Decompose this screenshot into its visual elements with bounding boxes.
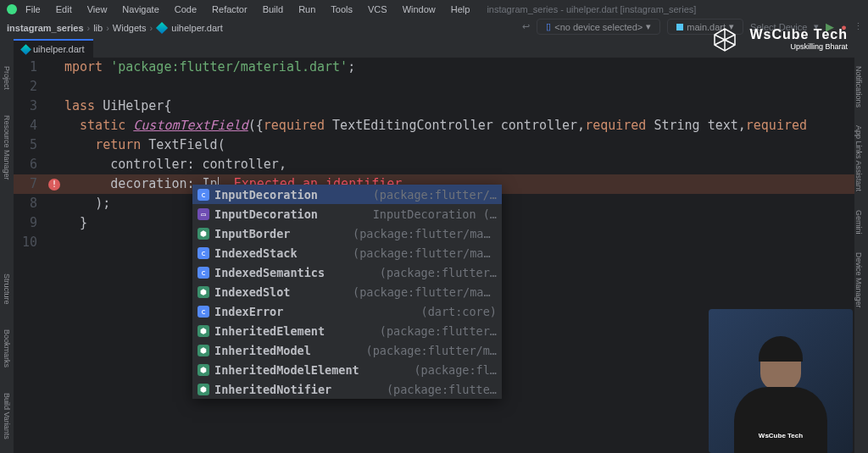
device-label: <no device selected> bbox=[554, 22, 643, 32]
tab-uihelper[interactable]: uihelper.dart bbox=[14, 39, 93, 58]
webcam-overlay: WsCube Tech bbox=[709, 309, 853, 453]
suggestion-name: IndexError bbox=[214, 305, 283, 318]
atom-icon: ⬢ bbox=[198, 286, 209, 298]
tw-structure[interactable]: Structure bbox=[3, 273, 11, 305]
autocomplete-item[interactable]: ⬢InheritedNotifier(package:flutte… bbox=[192, 379, 502, 399]
code-line: 5 return TextField( bbox=[14, 135, 854, 155]
menu-build[interactable]: Build bbox=[256, 3, 290, 16]
breadcrumb-file[interactable]: uihelper.dart bbox=[171, 23, 223, 33]
line-number: 3 bbox=[14, 97, 44, 116]
suggestion-hint: (package:flutter/mate… bbox=[353, 285, 497, 299]
autocomplete-item[interactable]: cInputDecoration(package:flutter/… bbox=[192, 185, 502, 204]
logo-tagline: Upskilling Bharat bbox=[749, 42, 848, 51]
cls-i-icon: c bbox=[198, 306, 209, 318]
cls-i-icon: c bbox=[198, 189, 209, 201]
autocomplete-item[interactable]: ⬢InheritedModelElement(package:fl… bbox=[192, 360, 502, 379]
logo-text: WsCube Tech bbox=[749, 27, 848, 42]
menu-help[interactable]: Help bbox=[444, 3, 477, 16]
suggestion-hint: InputDecoration (… bbox=[373, 207, 497, 221]
shirt-logo: WsCube Tech bbox=[759, 432, 803, 439]
atom-icon: ⬢ bbox=[198, 364, 209, 376]
breadcrumb-folder[interactable]: Widgets bbox=[113, 23, 147, 33]
code-line: 4 static CustomTextField({required TextE… bbox=[14, 116, 854, 135]
suggestion-hint: (package:flutter… bbox=[380, 324, 497, 338]
menu-window[interactable]: Window bbox=[396, 3, 442, 16]
suggestion-hint: (package:flutte… bbox=[387, 383, 497, 396]
autocomplete-item[interactable]: ⬢InheritedModel(package:flutter/m… bbox=[192, 340, 502, 360]
tw-notifications[interactable]: Notifications bbox=[854, 66, 863, 108]
more-button[interactable]: ⋮ bbox=[854, 21, 863, 32]
line-number: 6 bbox=[14, 155, 44, 174]
autocomplete-item[interactable]: cIndexedSemantics(package:flutter… bbox=[192, 262, 502, 282]
menu-file[interactable]: File bbox=[19, 3, 47, 16]
tw-bookmarks[interactable]: Bookmarks bbox=[3, 329, 11, 367]
menu-vcs[interactable]: VCS bbox=[361, 3, 394, 16]
atom-icon: ⬢ bbox=[198, 325, 209, 337]
left-tool-strip: Project Resource Manager Structure Bookm… bbox=[0, 58, 14, 453]
autocomplete-item[interactable]: ▭InputDecorationInputDecoration (… bbox=[192, 204, 502, 224]
menu-code[interactable]: Code bbox=[168, 3, 203, 16]
suggestion-name: InheritedNotifier bbox=[214, 383, 331, 396]
presenter: WsCube Tech bbox=[721, 326, 840, 453]
suggestion-hint: (package:fl… bbox=[414, 363, 497, 377]
chevron-icon: › bbox=[106, 23, 109, 33]
autocomplete-item[interactable]: ⬢InheritedElement(package:flutter… bbox=[192, 321, 502, 340]
suggestion-name: IndexedSemantics bbox=[214, 266, 325, 279]
menu-run[interactable]: Run bbox=[292, 3, 322, 16]
suggestion-hint: (package:flutter… bbox=[380, 266, 497, 279]
suggestion-hint: (package:flutter/mate… bbox=[353, 227, 497, 240]
device-selector[interactable]: ▯ <no device selected> ▾ bbox=[537, 19, 660, 35]
window-title: instagram_series - uihelper.dart [instag… bbox=[487, 4, 696, 14]
autocomplete-item[interactable]: cIndexError(dart:core) bbox=[192, 301, 502, 321]
autocomplete-item[interactable]: cIndexedStack(package:flutter/mat… bbox=[192, 243, 502, 262]
suggestion-name: InheritedModelElement bbox=[214, 363, 359, 377]
tw-resmgr[interactable]: Resource Manager bbox=[3, 115, 11, 180]
menu-edit[interactable]: Edit bbox=[49, 3, 79, 16]
menu-refactor[interactable]: Refactor bbox=[205, 3, 254, 16]
tw-applinks[interactable]: App Links Assistant bbox=[854, 125, 863, 191]
suggestion-hint: (package:flutter/mat… bbox=[353, 246, 497, 260]
autocomplete-item[interactable]: ⬢InputBorder(package:flutter/mate… bbox=[192, 224, 502, 243]
cls-i-icon: c bbox=[198, 267, 209, 279]
tw-gemini[interactable]: Gemini bbox=[854, 210, 863, 235]
autocomplete-item[interactable]: ⬢IndexedSlot(package:flutter/mate… bbox=[192, 282, 502, 301]
right-tool-strip: Notifications App Links Assistant Gemini… bbox=[854, 58, 868, 453]
code-line: 1 mport 'package:flutter/material.dart'; bbox=[14, 58, 854, 77]
menu-navigate[interactable]: Navigate bbox=[115, 3, 165, 16]
editor-tabs: uihelper.dart bbox=[0, 37, 868, 58]
folder-icon: ▭ bbox=[198, 208, 209, 220]
chevron-icon: › bbox=[87, 23, 91, 33]
code-line: 3 lass UiHelper{ bbox=[14, 97, 854, 116]
flutter-icon bbox=[676, 24, 683, 30]
line-number: 2 bbox=[14, 77, 44, 97]
tw-project[interactable]: Project bbox=[3, 66, 11, 90]
atom-icon: ⬢ bbox=[198, 228, 209, 240]
app-icon bbox=[7, 4, 17, 14]
line-number: 10 bbox=[14, 233, 44, 252]
line-number: 9 bbox=[14, 213, 44, 233]
breadcrumb-project[interactable]: instagram_series bbox=[7, 23, 84, 33]
tw-buildvariants[interactable]: Build Variants bbox=[3, 393, 11, 439]
line-number: 8 bbox=[14, 194, 44, 213]
chevron-icon: › bbox=[150, 23, 153, 33]
menu-view[interactable]: View bbox=[81, 3, 114, 16]
suggestion-hint: (package:flutter/m… bbox=[366, 344, 497, 357]
suggestion-name: InheritedElement bbox=[214, 324, 325, 338]
code-line: 2 bbox=[14, 77, 854, 97]
autocomplete-popup[interactable]: cInputDecoration(package:flutter/…▭Input… bbox=[192, 185, 502, 399]
dart-icon bbox=[20, 44, 31, 55]
suggestion-name: InputDecoration bbox=[214, 207, 318, 221]
breadcrumb-folder[interactable]: lib bbox=[93, 23, 103, 33]
suggestion-name: IndexedStack bbox=[214, 246, 298, 260]
error-icon[interactable]: ! bbox=[48, 179, 60, 191]
suggestion-name: InputBorder bbox=[214, 227, 290, 240]
back-icon[interactable]: ↩ bbox=[522, 21, 530, 32]
tw-devmgr[interactable]: Device Manager bbox=[854, 252, 863, 308]
menu-bar: File Edit View Navigate Code Refactor Bu… bbox=[0, 0, 868, 19]
suggestion-hint: (package:flutter/… bbox=[373, 188, 497, 202]
menu-tools[interactable]: Tools bbox=[324, 3, 359, 16]
chevron-down-icon: ▾ bbox=[646, 21, 651, 32]
suggestion-name: IndexedSlot bbox=[214, 285, 290, 299]
phone-icon: ▯ bbox=[546, 21, 551, 32]
brand-logo: WsCube Tech Upskilling Bharat bbox=[749, 27, 848, 51]
